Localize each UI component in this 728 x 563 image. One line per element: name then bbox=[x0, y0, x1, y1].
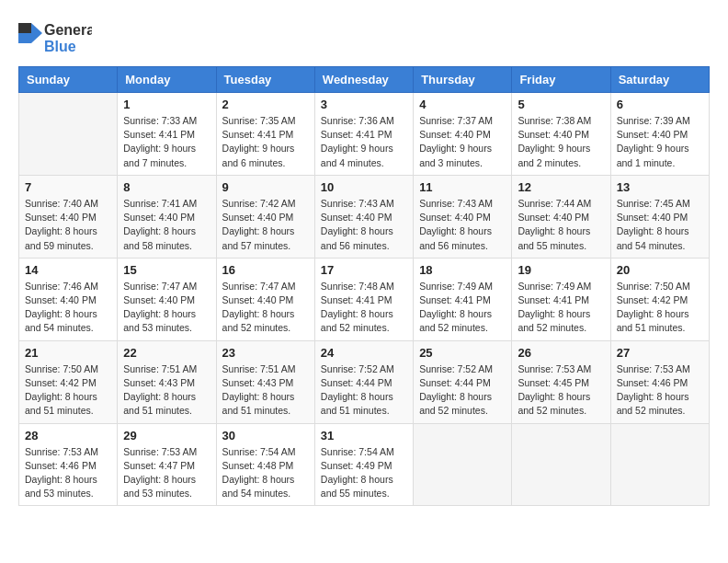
day-info: Sunrise: 7:36 AM Sunset: 4:41 PM Dayligh… bbox=[321, 114, 407, 170]
day-number: 15 bbox=[123, 263, 210, 277]
calendar-cell: 18Sunrise: 7:49 AM Sunset: 4:41 PM Dayli… bbox=[414, 258, 512, 340]
calendar-cell: 7Sunrise: 7:40 AM Sunset: 4:40 PM Daylig… bbox=[19, 175, 118, 258]
day-number: 9 bbox=[222, 180, 309, 194]
calendar-cell: 10Sunrise: 7:43 AM Sunset: 4:40 PM Dayli… bbox=[314, 175, 413, 258]
calendar-cell bbox=[414, 423, 512, 506]
day-info: Sunrise: 7:52 AM Sunset: 4:44 PM Dayligh… bbox=[321, 362, 407, 419]
calendar-cell: 19Sunrise: 7:49 AM Sunset: 4:41 PM Dayli… bbox=[512, 258, 610, 340]
calendar-cell bbox=[512, 423, 610, 506]
day-info: Sunrise: 7:41 AM Sunset: 4:40 PM Dayligh… bbox=[123, 197, 210, 253]
calendar-cell: 13Sunrise: 7:45 AM Sunset: 4:40 PM Dayli… bbox=[610, 175, 709, 258]
day-number: 22 bbox=[123, 346, 210, 360]
day-number: 24 bbox=[321, 346, 407, 360]
day-info: Sunrise: 7:46 AM Sunset: 4:40 PM Dayligh… bbox=[25, 280, 111, 336]
day-info: Sunrise: 7:44 AM Sunset: 4:40 PM Dayligh… bbox=[518, 197, 604, 253]
day-info: Sunrise: 7:52 AM Sunset: 4:44 PM Dayligh… bbox=[419, 362, 506, 419]
day-number: 18 bbox=[419, 263, 506, 277]
weekday-header-sunday: Sunday bbox=[19, 67, 118, 93]
day-number: 11 bbox=[419, 180, 506, 194]
calendar-cell bbox=[610, 423, 709, 506]
day-number: 26 bbox=[518, 346, 604, 360]
day-info: Sunrise: 7:50 AM Sunset: 4:42 PM Dayligh… bbox=[25, 362, 111, 419]
calendar-cell: 27Sunrise: 7:53 AM Sunset: 4:46 PM Dayli… bbox=[610, 340, 709, 423]
calendar-cell: 26Sunrise: 7:53 AM Sunset: 4:45 PM Dayli… bbox=[512, 340, 610, 423]
calendar-cell: 9Sunrise: 7:42 AM Sunset: 4:40 PM Daylig… bbox=[216, 175, 314, 258]
day-number: 19 bbox=[518, 263, 604, 277]
calendar-cell: 25Sunrise: 7:52 AM Sunset: 4:44 PM Dayli… bbox=[414, 340, 512, 423]
calendar-cell: 3Sunrise: 7:36 AM Sunset: 4:41 PM Daylig… bbox=[314, 93, 413, 176]
day-number: 31 bbox=[321, 429, 407, 442]
calendar-cell: 21Sunrise: 7:50 AM Sunset: 4:42 PM Dayli… bbox=[19, 340, 118, 423]
calendar-cell: 28Sunrise: 7:53 AM Sunset: 4:46 PM Dayli… bbox=[19, 423, 118, 506]
weekday-header-saturday: Saturday bbox=[610, 67, 709, 93]
day-info: Sunrise: 7:53 AM Sunset: 4:46 PM Dayligh… bbox=[617, 362, 703, 419]
day-info: Sunrise: 7:49 AM Sunset: 4:41 PM Dayligh… bbox=[419, 280, 506, 336]
calendar-cell: 12Sunrise: 7:44 AM Sunset: 4:40 PM Dayli… bbox=[512, 175, 610, 258]
calendar-cell: 8Sunrise: 7:41 AM Sunset: 4:40 PM Daylig… bbox=[118, 175, 216, 258]
day-number: 25 bbox=[419, 346, 506, 360]
day-info: Sunrise: 7:50 AM Sunset: 4:42 PM Dayligh… bbox=[617, 280, 703, 336]
day-number: 14 bbox=[25, 263, 111, 277]
day-number: 16 bbox=[222, 263, 309, 277]
day-info: Sunrise: 7:35 AM Sunset: 4:41 PM Dayligh… bbox=[222, 114, 309, 170]
calendar-week-1: 1Sunrise: 7:33 AM Sunset: 4:41 PM Daylig… bbox=[19, 93, 710, 176]
day-info: Sunrise: 7:53 AM Sunset: 4:47 PM Dayligh… bbox=[123, 445, 210, 501]
day-number: 5 bbox=[518, 98, 604, 111]
day-info: Sunrise: 7:45 AM Sunset: 4:40 PM Dayligh… bbox=[617, 197, 703, 253]
day-info: Sunrise: 7:47 AM Sunset: 4:40 PM Dayligh… bbox=[123, 280, 210, 336]
calendar-week-5: 28Sunrise: 7:53 AM Sunset: 4:46 PM Dayli… bbox=[19, 423, 710, 506]
day-number: 23 bbox=[222, 346, 309, 360]
calendar-cell: 11Sunrise: 7:43 AM Sunset: 4:40 PM Dayli… bbox=[414, 175, 512, 258]
weekday-header-monday: Monday bbox=[118, 67, 216, 93]
day-number: 12 bbox=[518, 180, 604, 194]
day-info: Sunrise: 7:43 AM Sunset: 4:40 PM Dayligh… bbox=[419, 197, 506, 253]
calendar-week-2: 7Sunrise: 7:40 AM Sunset: 4:40 PM Daylig… bbox=[19, 175, 710, 258]
calendar-cell: 22Sunrise: 7:51 AM Sunset: 4:43 PM Dayli… bbox=[118, 340, 216, 423]
calendar-cell: 15Sunrise: 7:47 AM Sunset: 4:40 PM Dayli… bbox=[118, 258, 216, 340]
calendar-cell: 6Sunrise: 7:39 AM Sunset: 4:40 PM Daylig… bbox=[610, 93, 709, 176]
calendar-cell: 30Sunrise: 7:54 AM Sunset: 4:48 PM Dayli… bbox=[216, 423, 314, 506]
calendar-table: SundayMondayTuesdayWednesdayThursdayFrid… bbox=[18, 66, 710, 506]
calendar-cell: 31Sunrise: 7:54 AM Sunset: 4:49 PM Dayli… bbox=[314, 423, 413, 506]
svg-rect-0 bbox=[18, 23, 31, 33]
calendar-cell: 2Sunrise: 7:35 AM Sunset: 4:41 PM Daylig… bbox=[216, 93, 314, 176]
calendar-cell: 14Sunrise: 7:46 AM Sunset: 4:40 PM Dayli… bbox=[19, 258, 118, 340]
weekday-header-wednesday: Wednesday bbox=[314, 67, 413, 93]
day-info: Sunrise: 7:53 AM Sunset: 4:45 PM Dayligh… bbox=[518, 362, 604, 419]
logo-icon: GeneralBlue bbox=[18, 18, 92, 57]
weekday-header-friday: Friday bbox=[512, 67, 610, 93]
calendar-week-4: 21Sunrise: 7:50 AM Sunset: 4:42 PM Dayli… bbox=[19, 340, 710, 423]
calendar-week-3: 14Sunrise: 7:46 AM Sunset: 4:40 PM Dayli… bbox=[19, 258, 710, 340]
calendar-cell: 16Sunrise: 7:47 AM Sunset: 4:40 PM Dayli… bbox=[216, 258, 314, 340]
day-info: Sunrise: 7:47 AM Sunset: 4:40 PM Dayligh… bbox=[222, 280, 309, 336]
day-number: 10 bbox=[321, 180, 407, 194]
day-number: 8 bbox=[123, 180, 210, 194]
day-number: 20 bbox=[617, 263, 703, 277]
day-number: 28 bbox=[25, 429, 111, 442]
day-number: 2 bbox=[222, 98, 309, 111]
calendar-cell: 5Sunrise: 7:38 AM Sunset: 4:40 PM Daylig… bbox=[512, 93, 610, 176]
day-info: Sunrise: 7:53 AM Sunset: 4:46 PM Dayligh… bbox=[25, 445, 111, 501]
day-number: 29 bbox=[123, 429, 210, 442]
day-info: Sunrise: 7:42 AM Sunset: 4:40 PM Dayligh… bbox=[222, 197, 309, 253]
day-info: Sunrise: 7:48 AM Sunset: 4:41 PM Dayligh… bbox=[321, 280, 407, 336]
day-number: 3 bbox=[321, 98, 407, 111]
weekday-header-tuesday: Tuesday bbox=[216, 67, 314, 93]
day-info: Sunrise: 7:38 AM Sunset: 4:40 PM Dayligh… bbox=[518, 114, 604, 170]
day-info: Sunrise: 7:49 AM Sunset: 4:41 PM Dayligh… bbox=[518, 280, 604, 336]
calendar-cell: 20Sunrise: 7:50 AM Sunset: 4:42 PM Dayli… bbox=[610, 258, 709, 340]
day-info: Sunrise: 7:39 AM Sunset: 4:40 PM Dayligh… bbox=[617, 114, 703, 170]
day-number: 6 bbox=[617, 98, 703, 111]
day-number: 13 bbox=[617, 180, 703, 194]
day-info: Sunrise: 7:37 AM Sunset: 4:40 PM Dayligh… bbox=[419, 114, 506, 170]
svg-text:General: General bbox=[44, 22, 92, 38]
calendar-cell: 29Sunrise: 7:53 AM Sunset: 4:47 PM Dayli… bbox=[118, 423, 216, 506]
calendar-cell: 24Sunrise: 7:52 AM Sunset: 4:44 PM Dayli… bbox=[314, 340, 413, 423]
calendar-cell: 4Sunrise: 7:37 AM Sunset: 4:40 PM Daylig… bbox=[414, 93, 512, 176]
day-info: Sunrise: 7:54 AM Sunset: 4:48 PM Dayligh… bbox=[222, 445, 309, 501]
calendar-cell: 1Sunrise: 7:33 AM Sunset: 4:41 PM Daylig… bbox=[118, 93, 216, 176]
calendar-cell: 17Sunrise: 7:48 AM Sunset: 4:41 PM Dayli… bbox=[314, 258, 413, 340]
calendar-cell: 23Sunrise: 7:51 AM Sunset: 4:43 PM Dayli… bbox=[216, 340, 314, 423]
day-info: Sunrise: 7:43 AM Sunset: 4:40 PM Dayligh… bbox=[321, 197, 407, 253]
day-info: Sunrise: 7:51 AM Sunset: 4:43 PM Dayligh… bbox=[123, 362, 210, 419]
